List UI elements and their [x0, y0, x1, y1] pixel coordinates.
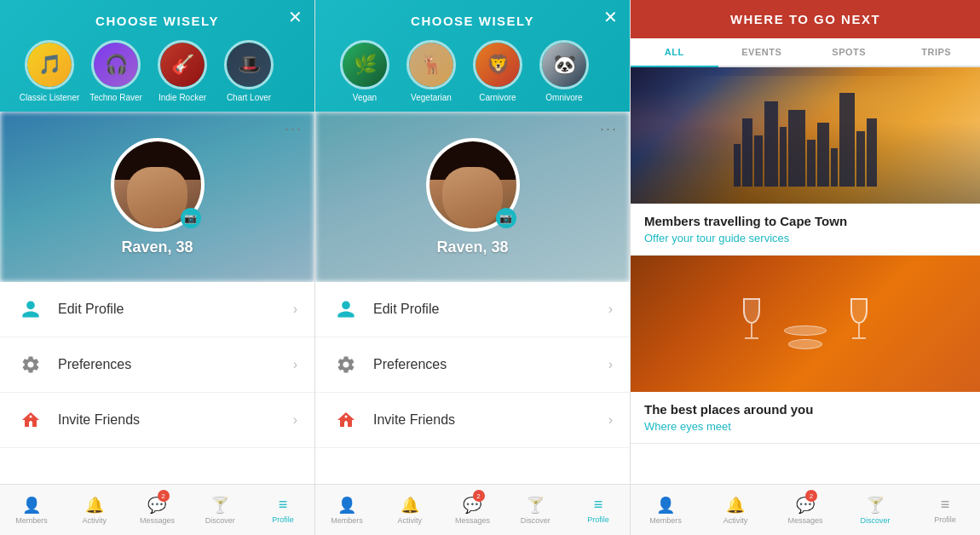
middle-menu-invite-friends[interactable]: Invite Friends › — [315, 393, 630, 448]
card-cape-town[interactable]: Members travelling to Cape Town Offer yo… — [631, 67, 980, 256]
left-profile-icon: ≡ — [279, 496, 288, 514]
left-nav-discover[interactable]: 🍸 Discover — [188, 485, 251, 535]
avatar-item-0[interactable]: 🎵 Classic Listener — [19, 40, 80, 103]
building-10 — [839, 93, 855, 187]
middle-menu-edit-profile[interactable]: Edit Profile › — [315, 282, 630, 337]
middle-invite-chevron: › — [608, 412, 613, 428]
avatar-inner-1: 🎧 — [94, 43, 138, 87]
middle-gear-icon — [332, 351, 360, 378]
left-user-icon — [17, 296, 44, 323]
middle-user-icon — [332, 296, 360, 323]
middle-nav-members[interactable]: 👤 Members — [315, 485, 378, 535]
middle-avatar-inner-1: 🦌 — [409, 43, 453, 87]
left-more-dots[interactable]: ··· — [285, 120, 303, 138]
left-activity-icon: 🔔 — [85, 496, 104, 515]
avatar-circle-0: 🎵 — [25, 40, 74, 89]
glass-bowl-1 — [743, 298, 760, 324]
left-menu-edit-profile[interactable]: Edit Profile › — [0, 282, 314, 337]
left-members-icon: 👤 — [22, 496, 41, 515]
card-restaurant[interactable]: The best places around you Where eyes me… — [631, 256, 980, 444]
middle-discover-label: Discover — [521, 516, 551, 525]
right-nav-activity[interactable]: 🔔 Activity — [700, 485, 770, 535]
glass-base-1 — [745, 337, 758, 339]
left-edit-profile-label: Edit Profile — [58, 302, 293, 317]
right-discover-icon: 🍸 — [866, 496, 885, 515]
middle-camera-icon[interactable]: 📷 — [496, 208, 516, 228]
middle-avatar-item-2[interactable]: 🦁 Carnivore — [467, 40, 528, 103]
left-camera-icon[interactable]: 📷 — [181, 208, 201, 228]
tab-spots[interactable]: SPOTS — [805, 38, 893, 67]
middle-avatar-inner-2: 🦁 — [476, 43, 520, 87]
left-close-button[interactable]: ✕ — [288, 9, 303, 26]
left-nav-members[interactable]: 👤 Members — [0, 485, 63, 535]
left-discover-label: Discover — [205, 516, 235, 525]
avatar-item-3[interactable]: 🎩 Chart Lover — [218, 40, 280, 103]
left-nav-profile[interactable]: ≡ Profile — [251, 485, 314, 535]
middle-nav-profile[interactable]: ≡ Profile — [567, 485, 630, 535]
building-5 — [780, 127, 787, 187]
left-menu-invite-friends[interactable]: Invite Friends › — [0, 393, 314, 448]
right-header-title: WHERE TO GO NEXT — [644, 12, 966, 26]
middle-more-dots[interactable]: ··· — [600, 120, 618, 138]
middle-messages-label: Messages — [455, 516, 490, 525]
middle-profile-overlay: ··· 📷 Raven, 38 — [315, 112, 630, 282]
middle-messages-badge: 2 — [473, 490, 485, 502]
middle-nav-discover[interactable]: 🍸 Discover — [504, 485, 567, 535]
tab-events[interactable]: EVENTS — [718, 38, 806, 67]
middle-edit-profile-chevron: › — [608, 302, 613, 317]
middle-avatar-scroll: 🌿 Vegan 🦌 Vegetarian 🦁 Carnivore 🐼 — [329, 35, 616, 112]
left-avatar-scroll: 🎵 Classic Listener 🎧 Techno Raver 🎸 Indi… — [14, 35, 301, 112]
left-profile-label: Profile — [272, 515, 294, 524]
middle-avatar-inner-0: 🌿 — [343, 43, 387, 87]
avatar-inner-3: 🎩 — [227, 43, 271, 87]
card-restaurant-body: The best places around you Where eyes me… — [631, 392, 980, 443]
right-content: Members travelling to Cape Town Offer yo… — [631, 67, 980, 484]
middle-nav-activity[interactable]: 🔔 Activity — [378, 485, 441, 535]
left-preferences-chevron: › — [293, 357, 297, 372]
left-discover-icon: 🍸 — [210, 496, 229, 515]
middle-avatar-circle-3: 🐼 — [539, 40, 589, 89]
right-activity-label: Activity — [723, 516, 748, 525]
middle-avatar-label-0: Vegan — [353, 93, 377, 103]
avatar-circle-1: 🎧 — [91, 40, 141, 89]
right-profile-icon: ≡ — [941, 496, 950, 514]
right-activity-icon: 🔔 — [726, 496, 745, 515]
middle-avatar-item-0[interactable]: 🌿 Vegan — [334, 40, 395, 103]
middle-avatar-circle-1: 🦌 — [406, 40, 456, 89]
tab-all[interactable]: ALL — [631, 38, 718, 67]
middle-avatar-item-1[interactable]: 🦌 Vegetarian — [401, 40, 462, 103]
left-profile-section: ··· 📷 Raven, 38 — [0, 112, 314, 282]
left-edit-profile-chevron: › — [293, 302, 297, 317]
card-city-image — [631, 67, 980, 204]
tab-trips[interactable]: TRIPS — [893, 38, 981, 67]
middle-invite-friends-label: Invite Friends — [373, 412, 608, 428]
middle-activity-icon: 🔔 — [401, 496, 419, 515]
middle-nav-messages[interactable]: 💬 2 Messages — [441, 485, 504, 535]
building-7 — [807, 140, 816, 187]
middle-menu-preferences[interactable]: Preferences › — [315, 337, 630, 393]
right-panel: WHERE TO GO NEXT ALL EVENTS SPOTS TRIPS — [631, 0, 980, 535]
middle-house-icon — [332, 406, 360, 434]
plate-stack — [784, 325, 827, 349]
building-11 — [856, 131, 865, 187]
left-nav-messages[interactable]: 💬 2 Messages — [126, 485, 189, 535]
svg-point-1 — [345, 416, 348, 418]
middle-members-icon: 👤 — [337, 496, 356, 515]
middle-avatar-item-3[interactable]: 🐼 Omnivore — [533, 40, 595, 103]
left-nav-activity[interactable]: 🔔 Activity — [63, 485, 126, 535]
right-panel-header: WHERE TO GO NEXT — [631, 0, 980, 38]
right-nav-profile[interactable]: ≡ Profile — [910, 485, 980, 535]
right-nav-messages[interactable]: 💬 2 Messages — [770, 485, 840, 535]
glass-base-2 — [852, 337, 866, 339]
avatar-item-1[interactable]: 🎧 Techno Raver — [85, 40, 147, 103]
left-invite-chevron: › — [293, 412, 297, 428]
middle-profile-label: Profile — [587, 515, 609, 524]
right-nav-discover[interactable]: 🍸 Discover — [840, 485, 910, 535]
building-9 — [831, 148, 838, 187]
avatar-item-2[interactable]: 🎸 Indie Rocker — [152, 40, 213, 103]
middle-avatar-circle-2: 🦁 — [473, 40, 522, 89]
middle-close-button[interactable]: ✕ — [603, 9, 618, 26]
right-nav-members[interactable]: 👤 Members — [631, 485, 700, 535]
left-face-skin — [127, 167, 187, 227]
left-menu-preferences[interactable]: Preferences › — [0, 337, 314, 393]
